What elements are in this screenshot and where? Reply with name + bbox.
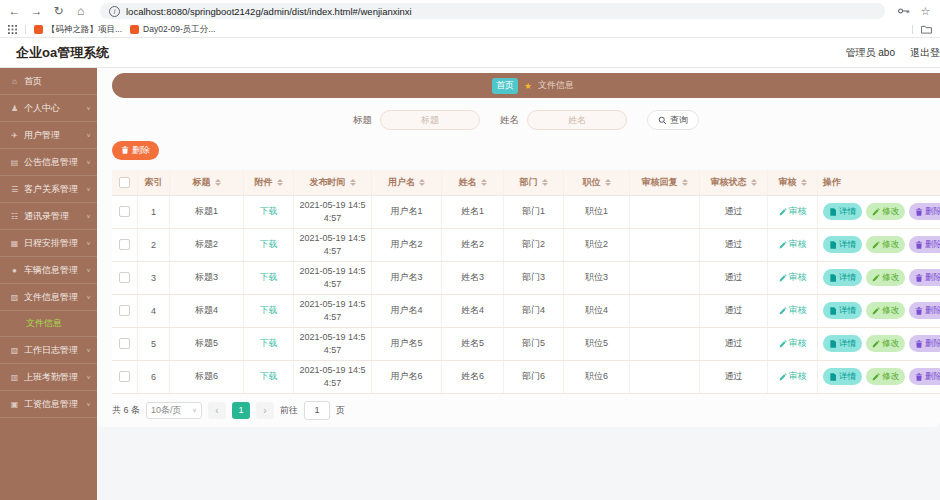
sidebar-item-文件信息管理[interactable]: ▨文件信息管理∨ xyxy=(0,284,97,311)
edit-button[interactable]: 修改 xyxy=(866,236,905,253)
detail-button[interactable]: 详情 xyxy=(823,302,862,319)
sort-icon[interactable] xyxy=(481,179,487,186)
back-icon[interactable]: ← xyxy=(8,5,21,17)
logout-button[interactable]: 退出登录 xyxy=(910,46,940,60)
sort-icon[interactable] xyxy=(682,179,688,186)
row-checkbox[interactable] xyxy=(119,338,130,349)
delete-button[interactable]: 删除 xyxy=(909,302,940,319)
delete-button[interactable]: 删除 xyxy=(909,368,940,385)
edit-button[interactable]: 修改 xyxy=(866,302,905,319)
sidebar-subitem-文件信息[interactable]: 文件信息 xyxy=(0,311,97,337)
trash-icon xyxy=(915,307,923,315)
column-header-职位[interactable]: 职位 xyxy=(564,170,630,195)
column-header-部门[interactable]: 部门 xyxy=(504,170,564,195)
edit-button[interactable]: 修改 xyxy=(866,368,905,385)
bookmark-favicon xyxy=(130,25,139,34)
sidebar-item-用户管理[interactable]: ✈用户管理∨ xyxy=(0,122,97,149)
sidebar-item-日程安排管理[interactable]: ▦日程安排管理∨ xyxy=(0,230,97,257)
edit-button[interactable]: 修改 xyxy=(866,203,905,220)
table-row: 5标题5下载2021-05-19 14:54:57用户名5姓名5部门5职位5通过… xyxy=(112,328,940,361)
sidebar-item-公告信息管理[interactable]: ▤公告信息管理∨ xyxy=(0,149,97,176)
bookmark-item[interactable]: Day02-09-员工分... xyxy=(130,24,215,36)
column-header-审核状态[interactable]: 审核状态 xyxy=(700,170,768,195)
detail-button[interactable]: 详情 xyxy=(823,203,862,220)
sort-icon[interactable] xyxy=(751,179,757,186)
column-header-标题[interactable]: 标题 xyxy=(170,170,244,195)
detail-button[interactable]: 详情 xyxy=(823,236,862,253)
detail-button[interactable]: 详情 xyxy=(823,335,862,352)
audit-link[interactable]: 审核 xyxy=(779,205,807,218)
row-checkbox[interactable] xyxy=(119,305,130,316)
sidebar-item-首页[interactable]: ⌂首页 xyxy=(0,68,97,95)
detail-button[interactable]: 详情 xyxy=(823,368,862,385)
audit-link[interactable]: 审核 xyxy=(779,337,807,350)
chevron-down-icon: ∨ xyxy=(86,240,91,246)
sort-icon[interactable] xyxy=(605,179,611,186)
sidebar-item-车辆信息管理[interactable]: ●车辆信息管理∨ xyxy=(0,257,97,284)
reload-icon[interactable]: ↻ xyxy=(52,5,65,17)
audit-link[interactable]: 审核 xyxy=(779,304,807,317)
delete-button[interactable]: 删除 xyxy=(909,236,940,253)
delete-button[interactable]: 删除 xyxy=(909,335,940,352)
query-button[interactable]: 查询 xyxy=(647,110,699,130)
edit-button[interactable]: 修改 xyxy=(866,269,905,286)
download-link[interactable]: 下载 xyxy=(260,370,278,383)
site-info-icon[interactable]: i xyxy=(109,6,120,17)
sort-icon[interactable] xyxy=(277,179,283,186)
sort-icon[interactable] xyxy=(215,179,221,186)
sidebar-item-个人中心[interactable]: ♟个人中心∨ xyxy=(0,95,97,122)
sort-icon[interactable] xyxy=(542,179,548,186)
sidebar-item-客户关系管理[interactable]: ☰客户关系管理∨ xyxy=(0,176,97,203)
sidebar-item-上班考勤管理[interactable]: ▥上班考勤管理∨ xyxy=(0,364,97,391)
sort-icon[interactable] xyxy=(350,179,356,186)
next-page-button[interactable]: › xyxy=(256,402,274,419)
sidebar-item-通讯录管理[interactable]: ☷通讯录管理∨ xyxy=(0,203,97,230)
delete-button[interactable]: 删除 xyxy=(909,203,940,220)
download-link[interactable]: 下载 xyxy=(260,205,278,218)
forward-icon[interactable]: → xyxy=(30,5,43,17)
row-checkbox[interactable] xyxy=(119,239,130,250)
column-header-附件[interactable]: 附件 xyxy=(244,170,294,195)
sort-icon[interactable] xyxy=(419,179,425,186)
column-header-用户名[interactable]: 用户名 xyxy=(372,170,442,195)
audit-link[interactable]: 审核 xyxy=(779,238,807,251)
row-checkbox[interactable] xyxy=(119,371,130,382)
audit-link[interactable]: 审核 xyxy=(779,370,807,383)
column-header-发布时间[interactable]: 发布时间 xyxy=(294,170,372,195)
document-icon xyxy=(829,340,837,348)
audit-link[interactable]: 审核 xyxy=(779,271,807,284)
delete-button[interactable]: 删除 xyxy=(112,141,159,160)
detail-button[interactable]: 详情 xyxy=(823,269,862,286)
page-size-select[interactable]: 10条/页 ∨ xyxy=(146,402,202,419)
apps-grid-icon[interactable] xyxy=(8,25,17,34)
title-search-input[interactable] xyxy=(380,110,480,130)
name-search-input[interactable] xyxy=(527,110,627,130)
download-link[interactable]: 下载 xyxy=(260,271,278,284)
download-link[interactable]: 下载 xyxy=(260,238,278,251)
sidebar-item-工资信息管理[interactable]: ▣工资信息管理∨ xyxy=(0,391,97,418)
column-header-姓名[interactable]: 姓名 xyxy=(442,170,504,195)
row-checkbox[interactable] xyxy=(119,272,130,283)
bookmark-star-icon[interactable]: ☆ xyxy=(919,6,932,17)
select-all-checkbox[interactable] xyxy=(119,177,130,188)
download-link[interactable]: 下载 xyxy=(260,304,278,317)
passkey-icon[interactable] xyxy=(898,7,910,15)
bookmark-item[interactable]: 【码神之路】项目... xyxy=(34,24,122,36)
row-checkbox[interactable] xyxy=(119,206,130,217)
sidebar-item-工作日志管理[interactable]: ▧工作日志管理∨ xyxy=(0,337,97,364)
breadcrumb-home[interactable]: 首页 xyxy=(492,78,518,94)
bookmarks-folder-icon[interactable] xyxy=(921,25,932,34)
table-row: 1标题1下载2021-05-19 14:54:57用户名1姓名1部门1职位1通过… xyxy=(112,196,940,229)
browser-home-icon[interactable]: ⌂ xyxy=(74,5,87,17)
column-header-审核回复[interactable]: 审核回复 xyxy=(630,170,700,195)
delete-button[interactable]: 删除 xyxy=(909,269,940,286)
download-link[interactable]: 下载 xyxy=(260,337,278,350)
goto-page-input[interactable] xyxy=(304,401,330,420)
sort-icon[interactable] xyxy=(801,179,807,186)
prev-page-button[interactable]: ‹ xyxy=(208,402,226,419)
url-bar[interactable]: i localhost:8080/springboot2142g/admin/d… xyxy=(100,3,885,19)
column-header-审核[interactable]: 审核 xyxy=(768,170,818,195)
cell-select xyxy=(112,361,138,393)
edit-button[interactable]: 修改 xyxy=(866,335,905,352)
page-number-button[interactable]: 1 xyxy=(232,402,250,419)
